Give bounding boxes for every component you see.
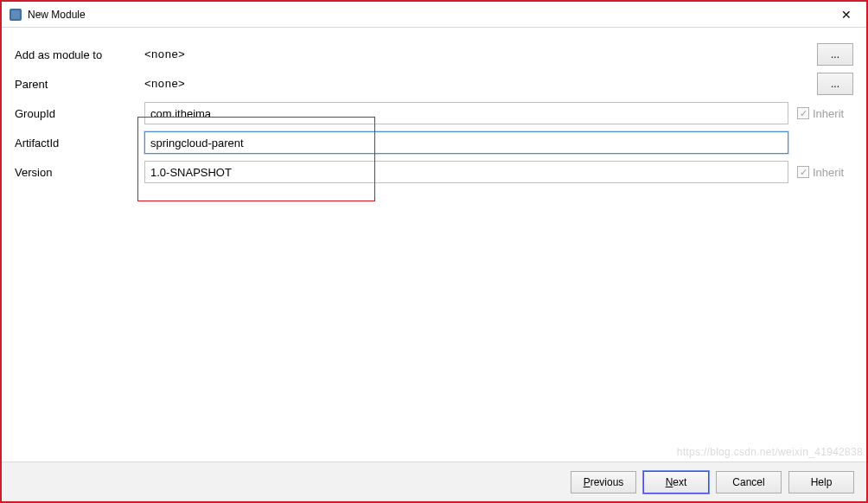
groupid-inherit-checkbox[interactable] [797, 107, 809, 119]
ellipsis-icon: ... [831, 78, 839, 90]
artifactid-input[interactable] [144, 131, 788, 154]
add-module-label: Add as module to [15, 48, 144, 61]
dialog-window: New Module ✕ Add as module to <none> ...… [0, 0, 868, 503]
close-button[interactable]: ✕ [827, 2, 866, 28]
version-inherit-wrap: Inherit [797, 166, 853, 179]
row-artifactid: ArtifactId [15, 131, 853, 154]
titlebar: New Module ✕ [2, 2, 866, 28]
previous-button[interactable]: Previous [571, 471, 636, 493]
groupid-inherit-wrap: Inherit [797, 107, 853, 120]
help-button[interactable]: Help [788, 471, 854, 493]
add-module-value: <none> [144, 48, 810, 61]
row-version: Version Inherit [15, 161, 853, 183]
version-input[interactable] [144, 161, 788, 183]
ellipsis-icon: ... [831, 48, 839, 60]
artifactid-label: ArtifactId [15, 137, 144, 150]
svg-rect-1 [11, 10, 20, 19]
version-inherit-checkbox[interactable] [797, 166, 809, 178]
close-icon: ✕ [841, 8, 852, 22]
next-button[interactable]: Next [643, 471, 709, 493]
groupid-label: GroupId [15, 107, 144, 120]
titlebar-left: New Module [9, 8, 86, 22]
parent-browse-button[interactable]: ... [817, 73, 853, 95]
app-icon [9, 8, 22, 22]
version-label: Version [15, 166, 144, 179]
add-module-browse-button[interactable]: ... [817, 43, 853, 66]
window-title: New Module [28, 9, 86, 21]
content-area: Add as module to <none> ... Parent <none… [2, 28, 866, 199]
version-inherit-label: Inherit [813, 166, 844, 179]
row-parent: Parent <none> ... [15, 73, 853, 95]
parent-value: <none> [144, 78, 810, 91]
button-bar: Previous Next Cancel Help [2, 462, 866, 501]
cancel-button[interactable]: Cancel [716, 471, 782, 493]
groupid-inherit-label: Inherit [813, 107, 844, 120]
row-add-module: Add as module to <none> ... [15, 43, 853, 66]
row-groupid: GroupId Inherit [15, 102, 853, 124]
watermark-text: https://blog.csdn.net/weixin_41942838 [677, 446, 863, 458]
groupid-input[interactable] [144, 102, 788, 124]
parent-label: Parent [15, 78, 144, 91]
highlight-annotation [137, 117, 375, 201]
